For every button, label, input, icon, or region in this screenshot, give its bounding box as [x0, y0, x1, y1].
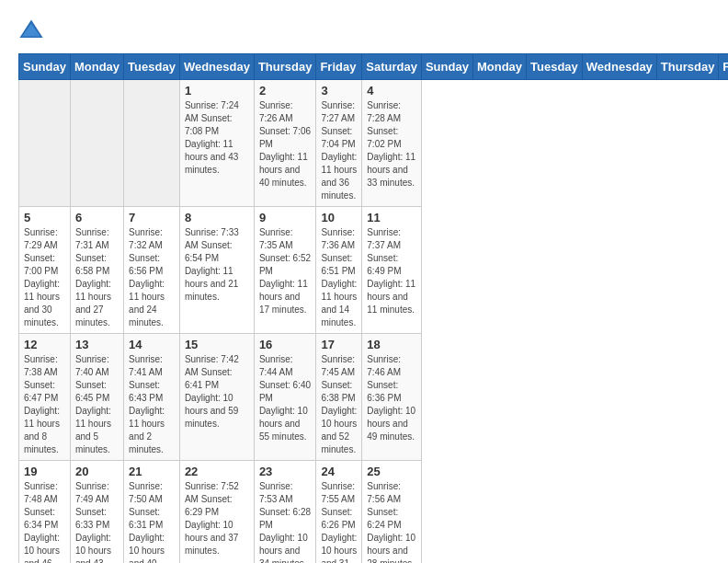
calendar-cell — [19, 80, 71, 207]
day-number: 9 — [259, 211, 312, 224]
day-number: 19 — [24, 465, 65, 478]
day-number: 18 — [367, 338, 416, 351]
day-number: 4 — [367, 84, 416, 98]
calendar-cell: 9Sunrise: 7:35 AM Sunset: 6:52 PM Daylig… — [254, 207, 316, 334]
day-info: Sunrise: 7:33 AM Sunset: 6:54 PM Dayligh… — [185, 226, 249, 304]
calendar-cell — [124, 80, 180, 207]
logo — [18, 18, 46, 44]
day-of-week-header: Tuesday — [124, 54, 180, 80]
day-number: 5 — [24, 211, 65, 224]
day-info: Sunrise: 7:42 AM Sunset: 6:41 PM Dayligh… — [185, 353, 249, 431]
day-number: 21 — [129, 465, 175, 478]
calendar-cell: 17Sunrise: 7:45 AM Sunset: 6:38 PM Dayli… — [316, 334, 362, 461]
logo-icon — [18, 18, 44, 44]
day-number: 20 — [75, 465, 119, 478]
day-of-week-header: Saturday — [362, 54, 422, 80]
day-number: 24 — [321, 465, 357, 478]
day-info: Sunrise: 7:49 AM Sunset: 6:33 PM Dayligh… — [75, 480, 119, 563]
calendar-cell: 20Sunrise: 7:49 AM Sunset: 6:33 PM Dayli… — [70, 461, 123, 564]
calendar-cell: 7Sunrise: 7:32 AM Sunset: 6:56 PM Daylig… — [124, 207, 180, 334]
calendar-cell: 19Sunrise: 7:48 AM Sunset: 6:34 PM Dayli… — [19, 461, 71, 564]
weekday-header: Wednesday — [582, 54, 656, 80]
day-info: Sunrise: 7:28 AM Sunset: 7:02 PM Dayligh… — [367, 99, 416, 190]
weekday-header: Tuesday — [527, 54, 583, 80]
calendar-cell: 6Sunrise: 7:31 AM Sunset: 6:58 PM Daylig… — [70, 207, 123, 334]
day-number: 16 — [259, 338, 312, 351]
day-number: 3 — [321, 84, 357, 98]
day-number: 13 — [75, 338, 119, 351]
day-of-week-header: Thursday — [254, 54, 316, 80]
day-info: Sunrise: 7:29 AM Sunset: 7:00 PM Dayligh… — [24, 226, 65, 329]
calendar-cell: 23Sunrise: 7:53 AM Sunset: 6:28 PM Dayli… — [254, 461, 316, 564]
day-info: Sunrise: 7:32 AM Sunset: 6:56 PM Dayligh… — [129, 226, 175, 329]
day-of-week-header: Sunday — [19, 54, 71, 80]
calendar-cell: 4Sunrise: 7:28 AM Sunset: 7:02 PM Daylig… — [362, 80, 422, 207]
calendar-cell: 18Sunrise: 7:46 AM Sunset: 6:36 PM Dayli… — [362, 334, 422, 461]
calendar-cell — [70, 80, 123, 207]
calendar-table: SundayMondayTuesdayWednesdayThursdayFrid… — [18, 53, 728, 563]
day-number: 2 — [259, 84, 312, 98]
day-info: Sunrise: 7:52 AM Sunset: 6:29 PM Dayligh… — [185, 480, 249, 557]
calendar-cell: 10Sunrise: 7:36 AM Sunset: 6:51 PM Dayli… — [316, 207, 362, 334]
day-number: 22 — [185, 465, 249, 478]
calendar-week-row: 12Sunrise: 7:38 AM Sunset: 6:47 PM Dayli… — [19, 334, 729, 461]
calendar-header-row: SundayMondayTuesdayWednesdayThursdayFrid… — [19, 54, 729, 80]
day-number: 10 — [321, 211, 357, 224]
calendar-cell: 1Sunrise: 7:24 AM Sunset: 7:08 PM Daylig… — [179, 80, 254, 207]
day-info: Sunrise: 7:56 AM Sunset: 6:24 PM Dayligh… — [367, 480, 416, 563]
day-number: 23 — [259, 465, 312, 478]
page-header — [18, 18, 710, 44]
calendar-week-row: 5Sunrise: 7:29 AM Sunset: 7:00 PM Daylig… — [19, 207, 729, 334]
day-info: Sunrise: 7:41 AM Sunset: 6:43 PM Dayligh… — [129, 353, 175, 456]
day-number: 11 — [367, 211, 416, 224]
day-info: Sunrise: 7:36 AM Sunset: 6:51 PM Dayligh… — [321, 226, 357, 329]
day-info: Sunrise: 7:27 AM Sunset: 7:04 PM Dayligh… — [321, 99, 357, 202]
day-info: Sunrise: 7:55 AM Sunset: 6:26 PM Dayligh… — [321, 480, 357, 563]
day-info: Sunrise: 7:38 AM Sunset: 6:47 PM Dayligh… — [24, 353, 65, 456]
calendar-week-row: 1Sunrise: 7:24 AM Sunset: 7:08 PM Daylig… — [19, 80, 729, 207]
weekday-header: Friday — [719, 54, 728, 80]
calendar-cell: 15Sunrise: 7:42 AM Sunset: 6:41 PM Dayli… — [179, 334, 254, 461]
calendar-cell: 24Sunrise: 7:55 AM Sunset: 6:26 PM Dayli… — [316, 461, 362, 564]
day-info: Sunrise: 7:26 AM Sunset: 7:06 PM Dayligh… — [259, 99, 312, 190]
calendar-cell: 21Sunrise: 7:50 AM Sunset: 6:31 PM Dayli… — [124, 461, 180, 564]
day-number: 6 — [75, 211, 119, 224]
day-number: 8 — [185, 211, 249, 224]
calendar-cell: 12Sunrise: 7:38 AM Sunset: 6:47 PM Dayli… — [19, 334, 71, 461]
day-number: 12 — [24, 338, 65, 351]
calendar-week-row: 19Sunrise: 7:48 AM Sunset: 6:34 PM Dayli… — [19, 461, 729, 564]
day-info: Sunrise: 7:24 AM Sunset: 7:08 PM Dayligh… — [185, 99, 249, 177]
weekday-header: Thursday — [656, 54, 719, 80]
calendar-cell: 16Sunrise: 7:44 AM Sunset: 6:40 PM Dayli… — [254, 334, 316, 461]
day-info: Sunrise: 7:46 AM Sunset: 6:36 PM Dayligh… — [367, 353, 416, 443]
day-info: Sunrise: 7:48 AM Sunset: 6:34 PM Dayligh… — [24, 480, 65, 563]
calendar-cell: 13Sunrise: 7:40 AM Sunset: 6:45 PM Dayli… — [70, 334, 123, 461]
calendar-cell: 8Sunrise: 7:33 AM Sunset: 6:54 PM Daylig… — [179, 207, 254, 334]
day-number: 1 — [185, 84, 249, 98]
calendar-cell: 22Sunrise: 7:52 AM Sunset: 6:29 PM Dayli… — [179, 461, 254, 564]
day-info: Sunrise: 7:40 AM Sunset: 6:45 PM Dayligh… — [75, 353, 119, 456]
day-info: Sunrise: 7:53 AM Sunset: 6:28 PM Dayligh… — [259, 480, 312, 563]
calendar-cell: 11Sunrise: 7:37 AM Sunset: 6:49 PM Dayli… — [362, 207, 422, 334]
day-number: 7 — [129, 211, 175, 224]
calendar-cell: 5Sunrise: 7:29 AM Sunset: 7:00 PM Daylig… — [19, 207, 71, 334]
day-of-week-header: Wednesday — [179, 54, 254, 80]
calendar-cell: 2Sunrise: 7:26 AM Sunset: 7:06 PM Daylig… — [254, 80, 316, 207]
day-of-week-header: Friday — [316, 54, 362, 80]
day-info: Sunrise: 7:35 AM Sunset: 6:52 PM Dayligh… — [259, 226, 312, 316]
calendar-cell: 25Sunrise: 7:56 AM Sunset: 6:24 PM Dayli… — [362, 461, 422, 564]
day-info: Sunrise: 7:45 AM Sunset: 6:38 PM Dayligh… — [321, 353, 357, 456]
weekday-header: Monday — [472, 54, 526, 80]
day-number: 15 — [185, 338, 249, 351]
day-number: 25 — [367, 465, 416, 478]
day-info: Sunrise: 7:37 AM Sunset: 6:49 PM Dayligh… — [367, 226, 416, 316]
day-of-week-header: Monday — [70, 54, 123, 80]
calendar-cell: 3Sunrise: 7:27 AM Sunset: 7:04 PM Daylig… — [316, 80, 362, 207]
calendar-cell: 14Sunrise: 7:41 AM Sunset: 6:43 PM Dayli… — [124, 334, 180, 461]
weekday-header: Sunday — [421, 54, 472, 80]
day-info: Sunrise: 7:31 AM Sunset: 6:58 PM Dayligh… — [75, 226, 119, 329]
day-info: Sunrise: 7:50 AM Sunset: 6:31 PM Dayligh… — [129, 480, 175, 563]
day-number: 14 — [129, 338, 175, 351]
day-info: Sunrise: 7:44 AM Sunset: 6:40 PM Dayligh… — [259, 353, 312, 443]
day-number: 17 — [321, 338, 357, 351]
